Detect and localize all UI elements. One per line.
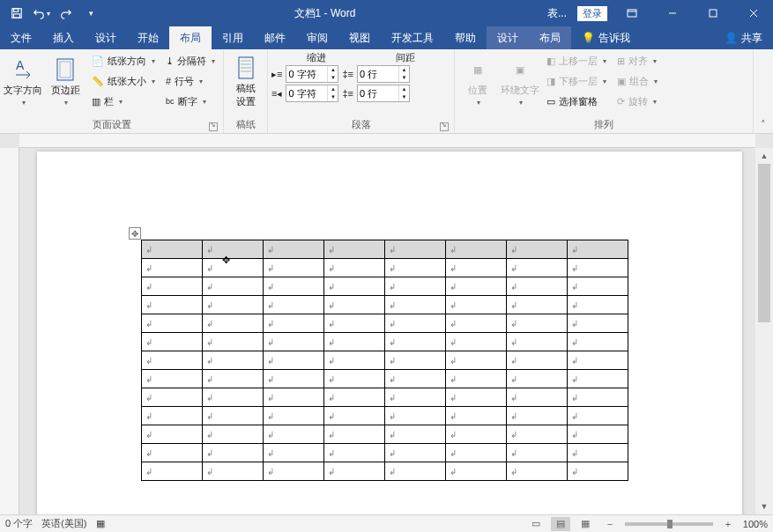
table-cell[interactable]: ↲ — [385, 370, 446, 388]
table-cell[interactable]: ↲ — [142, 370, 203, 388]
table-row[interactable]: ↲↲↲↲↲↲↲↲ — [142, 407, 628, 425]
zoom-slider[interactable] — [625, 522, 713, 526]
tab-file[interactable]: 文件 — [0, 26, 42, 49]
table-cell[interactable]: ↲ — [142, 314, 203, 333]
table-cell[interactable]: ↲ — [507, 240, 568, 259]
table-cell[interactable]: ↲ — [568, 370, 628, 388]
page[interactable]: ✥ ↲↲↲↲↲↲↲↲↲↲↲↲↲↲↲↲↲↲↲↲↲↲↲↲↲↲↲↲↲↲↲↲↲↲↲↲↲↲… — [37, 151, 742, 514]
language-status[interactable]: 英语(美国) — [41, 517, 86, 530]
table-cell[interactable]: ↲ — [324, 425, 385, 444]
tab-mail[interactable]: 邮件 — [254, 26, 296, 49]
table-cell[interactable]: ↲ — [203, 388, 264, 407]
table-cell[interactable]: ↲ — [142, 388, 203, 407]
table-cell[interactable]: ↲ — [203, 314, 264, 333]
table-cell[interactable]: ↲ — [568, 259, 628, 277]
table-cell[interactable]: ↲ — [568, 333, 628, 351]
table-cell[interactable]: ↲ — [507, 388, 568, 407]
table-cell[interactable]: ↲ — [446, 240, 507, 259]
tab-help[interactable]: 帮助 — [444, 26, 487, 49]
table-row[interactable]: ↲↲↲↲↲↲↲↲ — [142, 240, 628, 259]
table-row[interactable]: ↲↲↲↲↲↲↲↲ — [142, 370, 628, 388]
table-cell[interactable]: ↲ — [203, 296, 264, 314]
table-cell[interactable]: ↲ — [446, 444, 507, 462]
table-cell[interactable]: ↲ — [203, 462, 264, 481]
table-cell[interactable]: ↲ — [507, 333, 568, 351]
table-cell[interactable]: ↲ — [507, 296, 568, 314]
table-cell[interactable]: ↲ — [142, 333, 203, 351]
table-cell[interactable]: ↲ — [568, 425, 628, 444]
table-cell[interactable]: ↲ — [507, 351, 568, 370]
table-row[interactable]: ↲↲↲↲↲↲↲↲ — [142, 351, 628, 370]
table-cell[interactable]: ↲ — [385, 314, 446, 333]
table-cell[interactable]: ↲ — [142, 259, 203, 277]
table-cell[interactable]: ↲ — [507, 407, 568, 425]
table-cell[interactable]: ↲ — [142, 240, 203, 259]
table-cell[interactable]: ↲ — [507, 277, 568, 296]
table-cell[interactable]: ↲ — [385, 296, 446, 314]
zoom-out-icon[interactable]: − — [600, 517, 620, 531]
table-cell[interactable]: ↲ — [203, 333, 264, 351]
zoom-in-icon[interactable]: + — [718, 517, 738, 531]
table-cell[interactable]: ↲ — [264, 277, 324, 296]
table-cell[interactable]: ↲ — [324, 407, 385, 425]
table-cell[interactable]: ↲ — [324, 388, 385, 407]
table-cell[interactable]: ↲ — [264, 259, 324, 277]
table-cell[interactable]: ↲ — [264, 388, 324, 407]
table-cell[interactable]: ↲ — [203, 444, 264, 462]
table-cell[interactable]: ↲ — [324, 462, 385, 481]
line-numbers-button[interactable]: #行号▾ — [162, 71, 219, 91]
table-cell[interactable]: ↲ — [264, 240, 324, 259]
table-cell[interactable]: ↲ — [264, 351, 324, 370]
table-cell[interactable]: ↲ — [385, 351, 446, 370]
table-cell[interactable]: ↲ — [507, 425, 568, 444]
table-cell[interactable]: ↲ — [568, 277, 628, 296]
table-cell[interactable]: ↲ — [385, 407, 446, 425]
paper-settings-button[interactable]: 稿纸 设置 — [227, 51, 264, 113]
table-cell[interactable]: ↲ — [446, 370, 507, 388]
table-cell[interactable]: ↲ — [385, 425, 446, 444]
table-cell[interactable]: ↲ — [385, 333, 446, 351]
table-cell[interactable]: ↲ — [568, 351, 628, 370]
hyphenation-button[interactable]: bc断字▾ — [162, 92, 219, 111]
undo-icon[interactable]: ▾ — [30, 2, 53, 25]
collapse-ribbon-icon[interactable]: ˄ — [754, 115, 773, 133]
table-cell[interactable]: ↲ — [203, 259, 264, 277]
table-cell[interactable]: ↲ — [507, 314, 568, 333]
share-button[interactable]: 👤共享 — [714, 26, 773, 49]
table-cell[interactable]: ↲ — [264, 370, 324, 388]
table-cell[interactable]: ↲ — [385, 240, 446, 259]
tab-reference[interactable]: 引用 — [212, 26, 254, 49]
table-cell[interactable]: ↲ — [264, 407, 324, 425]
vertical-ruler[interactable] — [0, 148, 19, 514]
table-cell[interactable]: ↲ — [507, 370, 568, 388]
table-row[interactable]: ↲↲↲↲↲↲↲↲ — [142, 259, 628, 277]
table-cell[interactable]: ↲ — [446, 277, 507, 296]
table-cell[interactable]: ↲ — [142, 351, 203, 370]
login-button[interactable]: 登录 — [577, 6, 607, 21]
table-cell[interactable]: ↲ — [385, 444, 446, 462]
table-cell[interactable]: ↲ — [385, 388, 446, 407]
table-cell[interactable]: ↲ — [203, 425, 264, 444]
table-cell[interactable]: ↲ — [264, 333, 324, 351]
table-cell[interactable]: ↲ — [446, 388, 507, 407]
table-cell[interactable]: ↲ — [385, 277, 446, 296]
paragraph-launcher[interactable] — [440, 122, 449, 131]
table-cell[interactable]: ↲ — [446, 462, 507, 481]
table-cell[interactable]: ↲ — [568, 444, 628, 462]
document-table[interactable]: ↲↲↲↲↲↲↲↲↲↲↲↲↲↲↲↲↲↲↲↲↲↲↲↲↲↲↲↲↲↲↲↲↲↲↲↲↲↲↲↲… — [141, 240, 628, 481]
table-cell[interactable]: ↲ — [568, 407, 628, 425]
redo-icon[interactable] — [55, 2, 78, 25]
indent-right-input[interactable]: ▲▼ — [286, 85, 338, 102]
table-cell[interactable]: ↲ — [142, 444, 203, 462]
table-cell[interactable]: ↲ — [264, 314, 324, 333]
tab-table-layout[interactable]: 布局 — [529, 26, 571, 49]
table-cell[interactable]: ↲ — [446, 333, 507, 351]
table-cell[interactable]: ↲ — [203, 351, 264, 370]
scroll-down-icon[interactable]: ▼ — [755, 499, 773, 514]
table-cell[interactable]: ↲ — [507, 462, 568, 481]
table-cell[interactable]: ↲ — [568, 388, 628, 407]
read-mode-icon[interactable]: ▭ — [526, 517, 546, 531]
macro-status-icon[interactable]: ▦ — [96, 518, 105, 529]
table-cell[interactable]: ↲ — [446, 425, 507, 444]
print-layout-icon[interactable]: ▤ — [551, 517, 570, 531]
